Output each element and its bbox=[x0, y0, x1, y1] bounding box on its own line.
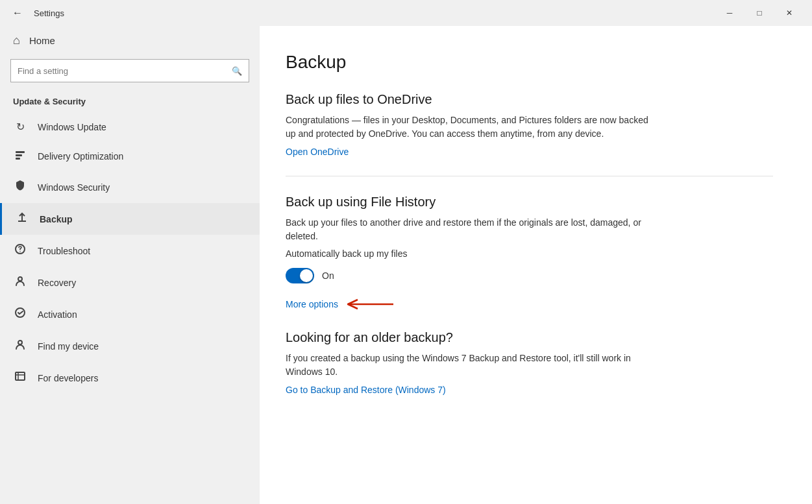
sidebar-item-windows-security[interactable]: Windows Security bbox=[0, 171, 260, 203]
window-controls: ─ □ ✕ bbox=[715, 3, 804, 23]
nav-label-windows-security: Windows Security bbox=[38, 182, 110, 193]
svg-rect-1 bbox=[16, 154, 22, 156]
toggle-row: On bbox=[286, 268, 773, 283]
minimize-button[interactable]: ─ bbox=[715, 3, 744, 23]
sidebar-item-windows-update[interactable]: ↻ Windows Update bbox=[0, 113, 260, 141]
onedrive-section-text: Congratulations — files in your Desktop,… bbox=[286, 114, 649, 141]
sidebar-item-recovery[interactable]: Recovery bbox=[0, 267, 260, 298]
nav-label-troubleshoot: Troubleshoot bbox=[38, 246, 90, 256]
search-input[interactable] bbox=[18, 66, 227, 76]
sidebar-item-backup[interactable]: Backup bbox=[0, 203, 260, 235]
nav-label-delivery-optimization: Delivery Optimization bbox=[38, 151, 123, 162]
more-options-arrow-icon bbox=[345, 296, 397, 312]
file-history-section-heading: Back up using File History bbox=[286, 195, 773, 210]
backup-restore-link[interactable]: Go to Backup and Restore (Windows 7) bbox=[286, 385, 446, 395]
toggle-thumb bbox=[300, 269, 313, 282]
windows-security-icon bbox=[13, 179, 27, 195]
sidebar-item-delivery-optimization[interactable]: Delivery Optimization bbox=[0, 141, 260, 171]
app-title: Settings bbox=[34, 8, 64, 18]
app-container: ⌂ Home 🔍 Update & Security ↻ Windows Upd… bbox=[0, 26, 812, 504]
maximize-button[interactable]: □ bbox=[744, 3, 774, 23]
sidebar-item-find-my-device[interactable]: Find my device bbox=[0, 330, 260, 362]
windows-update-icon: ↻ bbox=[13, 121, 27, 133]
title-bar: ← Settings ─ □ ✕ bbox=[0, 0, 812, 26]
nav-label-find-my-device: Find my device bbox=[38, 341, 99, 352]
toggle-state: On bbox=[322, 270, 334, 281]
nav-label-activation: Activation bbox=[38, 309, 77, 320]
onedrive-section-heading: Back up files to OneDrive bbox=[286, 92, 773, 107]
home-icon: ⌂ bbox=[13, 34, 20, 47]
back-button[interactable]: ← bbox=[8, 3, 27, 23]
sidebar-item-troubleshoot[interactable]: Troubleshoot bbox=[0, 235, 260, 267]
older-backup-section-heading: Looking for an older backup? bbox=[286, 330, 773, 345]
more-options-container: More options bbox=[286, 296, 773, 312]
page-title: Backup bbox=[286, 52, 773, 73]
sidebar-item-home[interactable]: ⌂ Home bbox=[0, 26, 260, 55]
sidebar: ⌂ Home 🔍 Update & Security ↻ Windows Upd… bbox=[0, 26, 260, 504]
svg-rect-2 bbox=[16, 158, 20, 160]
troubleshoot-icon bbox=[13, 243, 27, 259]
nav-label-backup: Backup bbox=[40, 214, 73, 224]
svg-point-9 bbox=[18, 341, 22, 344]
file-history-section-text: Back up your files to another drive and … bbox=[286, 216, 649, 243]
recovery-icon bbox=[13, 274, 27, 291]
for-developers-icon bbox=[13, 370, 27, 386]
close-button[interactable]: ✕ bbox=[774, 3, 804, 23]
more-options-link[interactable]: More options bbox=[286, 299, 338, 309]
nav-label-for-developers: For developers bbox=[38, 373, 98, 383]
toggle-label: Automatically back up my files bbox=[286, 248, 773, 259]
svg-point-7 bbox=[18, 277, 22, 281]
older-backup-section-text: If you created a backup using the Window… bbox=[286, 352, 649, 379]
nav-label-windows-update: Windows Update bbox=[38, 122, 106, 132]
activation-icon bbox=[13, 306, 27, 322]
divider-1 bbox=[286, 176, 773, 176]
search-box[interactable]: 🔍 bbox=[10, 59, 249, 82]
sidebar-item-for-developers[interactable]: For developers bbox=[0, 362, 260, 394]
delivery-optimization-icon bbox=[13, 149, 27, 163]
home-label: Home bbox=[29, 35, 55, 46]
open-onedrive-link[interactable]: Open OneDrive bbox=[286, 147, 349, 157]
backup-icon bbox=[15, 211, 29, 227]
search-icon: 🔍 bbox=[232, 66, 242, 76]
svg-point-6 bbox=[19, 251, 21, 252]
nav-label-recovery: Recovery bbox=[38, 278, 76, 288]
svg-rect-0 bbox=[16, 151, 25, 153]
find-my-device-icon bbox=[13, 338, 27, 354]
section-title: Update & Security bbox=[0, 91, 260, 113]
main-content: Backup Back up files to OneDrive Congrat… bbox=[260, 26, 812, 504]
backup-toggle[interactable] bbox=[286, 268, 314, 283]
svg-rect-10 bbox=[16, 372, 25, 380]
sidebar-item-activation[interactable]: Activation bbox=[0, 298, 260, 330]
